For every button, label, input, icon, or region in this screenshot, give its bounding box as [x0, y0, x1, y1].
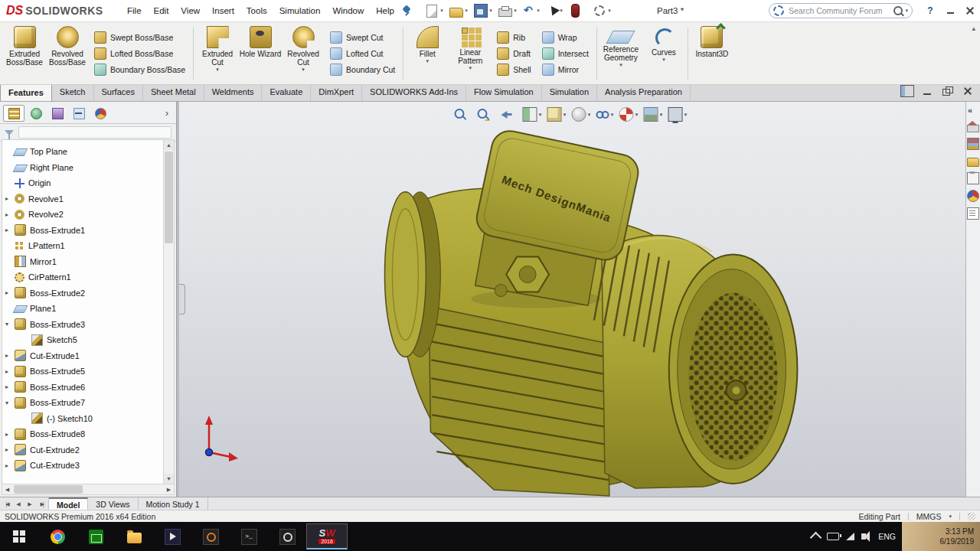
swept-boss-base-button[interactable]: Swept Boss/Base [93, 31, 187, 44]
next-tab-icon[interactable] [25, 501, 34, 507]
first-tab-icon[interactable] [2, 501, 11, 507]
network-icon[interactable] [846, 533, 854, 540]
hud-caret-icon[interactable] [658, 112, 665, 118]
scroll-left-icon[interactable] [2, 487, 12, 493]
expand-arrow-icon[interactable] [5, 399, 14, 406]
tree-item[interactable]: Sketch5 [2, 332, 163, 348]
tree-item[interactable]: Top Plane [2, 144, 163, 160]
instant3d-button[interactable]: Instant3D [691, 23, 733, 84]
rebuild-button[interactable] [567, 3, 590, 18]
menu-edit[interactable]: Edit [148, 0, 175, 21]
tree-item[interactable]: Right Plane [2, 160, 163, 176]
extruded-boss-base-button[interactable]: Extruded Boss/Base [3, 23, 46, 84]
dropdown-caret-icon[interactable] [535, 8, 541, 14]
tab-weldments[interactable]: Weldments [204, 83, 263, 101]
expand-arrow-icon[interactable] [5, 289, 14, 296]
document-restore-button[interactable] [942, 86, 954, 96]
expand-arrow-icon[interactable] [5, 368, 14, 375]
task-pane-collapse[interactable] [968, 105, 978, 116]
tab-sheet-metal[interactable]: Sheet Metal [143, 83, 204, 101]
dropdown-caret-icon[interactable] [463, 8, 469, 14]
tree-item[interactable]: Boss-Extrude3 [2, 317, 163, 333]
3d-views-tab[interactable]: 3D Views [88, 497, 138, 510]
tab-evaluate[interactable]: Evaluate [262, 83, 311, 101]
tree-item[interactable]: Cut-Extrude1 [2, 348, 163, 364]
panel-chevron-icon[interactable] [161, 108, 173, 119]
tray-expand-icon[interactable] [810, 532, 822, 544]
save-button[interactable] [472, 3, 495, 18]
scroll-up-icon[interactable] [164, 140, 174, 150]
scroll-down-icon[interactable] [164, 474, 174, 484]
scroll-right-icon[interactable] [164, 487, 174, 493]
view-orientation-button[interactable] [547, 106, 569, 123]
tree-item[interactable]: CirPattern1 [2, 269, 163, 285]
extruded-cut-button[interactable]: Extruded Cut [196, 23, 239, 84]
hud-caret-icon[interactable] [586, 112, 593, 118]
reference-geometry-button[interactable]: Reference Geometry [599, 23, 642, 84]
tree-item[interactable]: Boss-Extrude2 [2, 285, 163, 302]
tab-solidworks-add-ins[interactable]: SOLIDWORKS Add-Ins [362, 83, 466, 101]
close-window-button[interactable] [960, 0, 980, 21]
panel-splitter-handle[interactable] [179, 284, 185, 315]
expand-arrow-icon[interactable] [5, 227, 14, 233]
revolved-cut-caret-icon[interactable] [302, 67, 305, 73]
lofted-boss-base-button[interactable]: Lofted Boss/Base [93, 47, 187, 60]
swept-cut-button[interactable]: Swept Cut [328, 31, 397, 44]
pin-menu-icon[interactable] [402, 5, 413, 16]
previous-view-button[interactable] [499, 106, 520, 122]
expand-arrow-icon[interactable] [5, 431, 14, 438]
menu-help[interactable]: Help [370, 0, 400, 21]
boundary-boss-base-button[interactable]: Boundary Boss/Base [93, 64, 187, 76]
tree-item[interactable]: Boss-Extrude5 [2, 364, 163, 380]
vertical-scroll-thumb[interactable] [165, 152, 173, 243]
units-selector[interactable]: MMGS [916, 512, 942, 521]
view-palette[interactable] [967, 172, 979, 184]
tab-sketch[interactable]: Sketch [52, 83, 94, 101]
section-view-button[interactable] [522, 106, 544, 123]
reference-geometry-caret-icon[interactable] [619, 62, 622, 68]
document-minimize-button[interactable] [922, 86, 934, 96]
view-settings-button[interactable] [668, 106, 690, 123]
units-caret-icon[interactable] [949, 514, 952, 520]
tree-item[interactable]: Plane1 [2, 301, 163, 317]
linear-pattern-caret-icon[interactable] [469, 65, 472, 71]
tree-item[interactable]: Boss-Extrude7 [2, 395, 163, 411]
horizontal-scroll-thumb[interactable] [14, 485, 83, 494]
intersect-button[interactable]: Intersect [541, 47, 590, 60]
wrap-button[interactable]: Wrap [541, 31, 590, 44]
file-explorer[interactable] [967, 158, 979, 167]
taskbar-start[interactable] [0, 522, 38, 551]
tab-simulation[interactable]: Simulation [542, 83, 597, 101]
filter-input[interactable] [18, 126, 172, 139]
hud-caret-icon[interactable] [609, 112, 616, 118]
linear-pattern-button[interactable]: Linear Pattern [449, 23, 492, 84]
help-button[interactable]: ? [920, 0, 940, 21]
taskbar-chrome[interactable] [38, 522, 77, 551]
community-search[interactable] [769, 3, 913, 18]
expand-arrow-icon[interactable] [5, 195, 14, 202]
menu-tools[interactable]: Tools [240, 0, 273, 21]
tree-item[interactable]: Cut-Extrude3 [2, 458, 163, 474]
tree-item[interactable]: Mirror1 [2, 254, 163, 270]
menu-window[interactable]: Window [326, 0, 370, 21]
dropdown-caret-icon[interactable] [488, 8, 494, 14]
taskbar-file-explorer[interactable] [115, 522, 153, 551]
menu-view[interactable]: View [175, 0, 206, 21]
dropdown-caret-icon[interactable] [606, 8, 612, 14]
mounting-flange[interactable] [384, 192, 426, 357]
hole-wizard-button[interactable]: Hole Wizard [239, 23, 282, 84]
design-library[interactable] [967, 138, 979, 150]
search-caret-icon[interactable] [905, 8, 908, 14]
extruded-cut-caret-icon[interactable] [216, 67, 219, 73]
search-input[interactable] [787, 5, 890, 16]
hide-show-items-button[interactable] [596, 106, 616, 122]
graphics-area[interactable]: Mech DesignMania [177, 102, 965, 497]
featuremanager-tab[interactable] [3, 105, 24, 122]
motor-model[interactable]: Mech DesignMania [177, 102, 965, 497]
zoom-area-button[interactable] [476, 106, 497, 122]
hud-caret-icon[interactable] [683, 112, 689, 118]
tab-features[interactable]: Features [0, 83, 52, 101]
rib-button[interactable]: Rib [495, 31, 532, 44]
mirror-button[interactable]: Mirror [541, 64, 590, 76]
ribbon-collapse-icon[interactable] [972, 24, 975, 32]
